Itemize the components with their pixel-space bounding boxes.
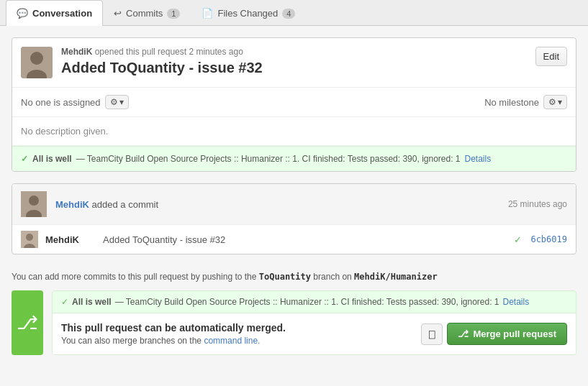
assign-left: No one is assigned ⚙ ▾ (21, 95, 129, 109)
merge-status-bar: ✓ All is well — TeamCity Build Open Sour… (53, 291, 576, 313)
pr-card: MehdiK opened this pull request 2 minute… (12, 37, 576, 172)
pr-meta: MehdiK opened this pull request 2 minute… (61, 47, 527, 57)
pr-description-text: No description given. (21, 126, 108, 137)
merge-branch-icon: ⎇ (17, 312, 38, 334)
commit-author-name: MehdiK (55, 199, 89, 210)
commit-header-text: MehdiK added a commit (55, 199, 499, 210)
pr-description: No description given. (12, 117, 576, 146)
branch-mid: branch on (313, 272, 351, 282)
milestone-gear-button[interactable]: ⚙ ▾ (543, 95, 567, 109)
commit-row-message: Added ToQuantity - issue #32 (103, 234, 507, 245)
merge-body: This pull request can be automatically m… (53, 313, 576, 354)
pr-header-content: MehdiK opened this pull request 2 minute… (61, 47, 527, 78)
assign-right: No milestone ⚙ ▾ (484, 95, 567, 109)
pr-time: 2 minutes ago (189, 47, 243, 57)
tab-files-changed-label: Files Changed (217, 8, 278, 19)
tab-conversation[interactable]: 💬 Conversation (6, 0, 103, 26)
merge-subtitle-text: You can also merge branches on the (61, 336, 202, 346)
milestone-text: No milestone (484, 97, 539, 108)
assign-text: No one is assigned (21, 97, 101, 108)
commits-badge: 1 (167, 9, 180, 19)
merge-actions: ⎕ ⎇ Merge pull request (421, 323, 567, 345)
pr-action: opened this pull request (95, 47, 189, 57)
terminal-icon: ⎕ (429, 328, 435, 340)
merge-body-text: This pull request can be automatically m… (61, 322, 286, 346)
gear-icon: ⚙ (110, 97, 118, 107)
tab-bar: 💬 Conversation ↩ Commits 1 📄 Files Chang… (0, 0, 588, 26)
pr-title: Added ToQuantity - issue #32 (61, 60, 527, 76)
main-content: MehdiK opened this pull request 2 minute… (0, 26, 588, 367)
merge-title: This pull request can be automatically m… (61, 322, 286, 334)
status-text: All is well (32, 154, 72, 164)
repo-name: MehdiK/Humanizer (354, 272, 438, 282)
commit-row: MehdiK Added ToQuantity - issue #32 ✓ 6c… (12, 225, 576, 254)
files-icon: 📄 (202, 8, 213, 19)
tab-conversation-label: Conversation (32, 8, 92, 19)
assign-dropdown-arrow: ▾ (119, 97, 124, 107)
pr-author-avatar (21, 47, 53, 78)
status-details-link[interactable]: Details (465, 154, 492, 164)
commit-header: MehdiK added a commit 25 minutes ago (12, 184, 576, 225)
merge-button-icon: ⎇ (458, 328, 469, 339)
merge-subtitle: You can also merge branches on the comma… (61, 336, 286, 346)
commits-icon: ↩ (114, 8, 122, 19)
svg-point-7 (26, 234, 33, 241)
commit-check-icon: ✓ (514, 234, 522, 245)
assign-gear-button[interactable]: ⚙ ▾ (105, 95, 129, 109)
pr-header: MehdiK opened this pull request 2 minute… (12, 38, 576, 88)
merge-button-label: Merge pull request (473, 328, 556, 339)
tab-commits-label: Commits (126, 8, 163, 19)
pr-author-name: MehdiK (61, 47, 92, 57)
merge-status-link[interactable]: Details (503, 297, 530, 307)
merge-pull-request-button[interactable]: ⎇ Merge pull request (447, 323, 567, 345)
merge-content: ✓ All is well — TeamCity Build Open Sour… (52, 290, 576, 355)
tab-commits[interactable]: ↩ Commits 1 (103, 0, 191, 26)
commit-author-avatar (21, 191, 47, 217)
svg-point-1 (30, 52, 43, 65)
merge-cmdline-link[interactable]: command line. (204, 336, 260, 346)
status-detail: — TeamCity Build Open Source Projects ::… (76, 154, 461, 164)
branch-name: ToQuantity (259, 272, 311, 282)
commit-mini-avatar (21, 231, 38, 248)
svg-point-4 (29, 196, 39, 206)
commit-hash-link[interactable]: 6cb6019 (530, 234, 567, 244)
tab-files-changed[interactable]: 📄 Files Changed 4 (191, 0, 306, 26)
status-check-icon: ✓ (21, 154, 28, 164)
commandline-button[interactable]: ⎕ (421, 323, 443, 345)
milestone-gear-icon: ⚙ (548, 97, 556, 107)
branch-prefix: You can add more commits to this pull re… (12, 272, 256, 282)
conversation-icon: 💬 (17, 8, 28, 19)
commit-action: added a commit (92, 199, 159, 210)
edit-button[interactable]: Edit (535, 47, 567, 66)
commit-row-author: MehdiK (45, 234, 96, 245)
branch-info: You can add more commits to this pull re… (12, 266, 576, 290)
merge-section: ⎇ ✓ All is well — TeamCity Build Open So… (12, 290, 576, 355)
files-badge: 4 (282, 9, 295, 19)
merge-icon-box: ⎇ (12, 290, 43, 355)
commit-time: 25 minutes ago (508, 199, 567, 209)
merge-status-detail: — TeamCity Build Open Source Projects ::… (115, 297, 499, 307)
pr-assign-row: No one is assigned ⚙ ▾ No milestone ⚙ ▾ (12, 88, 576, 117)
merge-status-check-icon: ✓ (61, 297, 68, 307)
milestone-dropdown-arrow: ▾ (558, 97, 562, 107)
commit-section: MehdiK added a commit 25 minutes ago Meh… (12, 183, 576, 254)
merge-status-text: All is well (72, 297, 112, 307)
pr-status-bar: ✓ All is well — TeamCity Build Open Sour… (12, 146, 576, 171)
